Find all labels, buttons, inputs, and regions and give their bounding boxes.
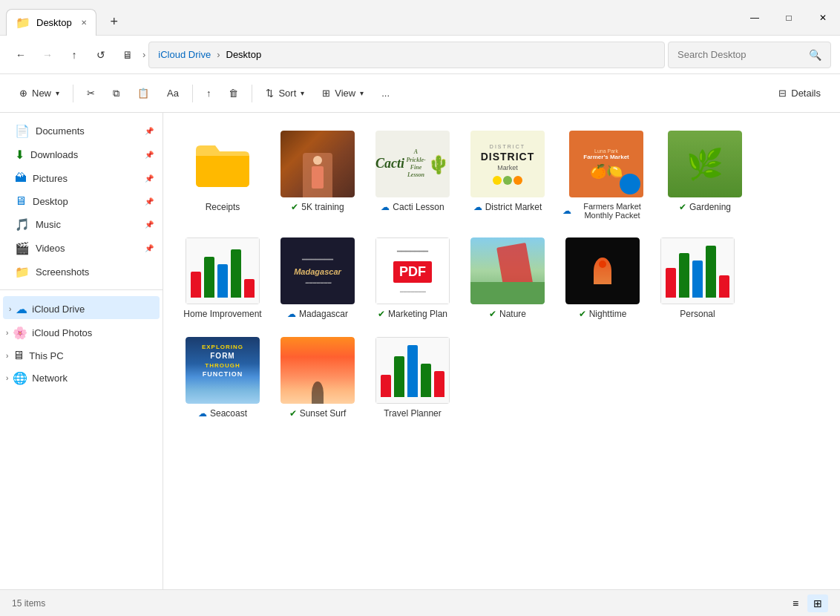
district-sync-icon: ☁ [473, 202, 482, 212]
sort-chevron-icon: ▾ [301, 89, 304, 97]
cacti-sync-cloud-icon: ☁ [381, 202, 390, 212]
more-button[interactable]: ... [374, 83, 397, 103]
sidebar-group-icloud[interactable]: › ☁ iCloud Drive [3, 296, 160, 319]
close-button[interactable]: ✕ [806, 0, 840, 36]
district-thumb: DISTRICT DISTRICT Market [470, 131, 545, 197]
icloud-drive-icon: ☁ [16, 302, 27, 316]
file-receipts[interactable]: Receipts [178, 125, 267, 226]
forward-button[interactable]: → [36, 43, 59, 67]
file-madagascar[interactable]: ━━━━━━━ Madagascar ━━━━━━━ ☁ Madagascar [273, 232, 362, 325]
file-district-market[interactable]: DISTRICT DISTRICT Market ☁ District Mark… [463, 125, 552, 226]
madagascar-sync-icon: ☁ [287, 309, 296, 319]
gardening-thumb: 🌿 [668, 131, 742, 197]
file-nighttime[interactable]: ✔ Nighttime [558, 232, 647, 325]
network-arrow-icon: › [6, 374, 8, 382]
sunset-surf-text: Sunset Surf [300, 408, 347, 419]
status-bar: 15 items ≡ ⊞ [0, 589, 840, 616]
grid-view-button[interactable]: ⊞ [807, 594, 828, 612]
icloud-photos-label: iCloud Photos [32, 327, 92, 338]
5k-training-label: ✔ 5K training [291, 202, 344, 212]
sidebar-group-thispc[interactable]: › 🖥 This PC [0, 343, 163, 365]
new-chevron-icon: ▾ [56, 89, 59, 97]
sidebar-item-screenshots[interactable]: 📁 Screenshots [3, 261, 160, 284]
sort-icon: ⇅ [266, 88, 274, 99]
madagascar-label: ☁ Madagascar [287, 309, 348, 319]
music-pin-icon: 📌 [145, 220, 154, 229]
documents-icon: 📄 [15, 124, 30, 138]
madagascar-thumb: ━━━━━━━ Madagascar ━━━━━━━ [280, 237, 355, 304]
downloads-label: Downloads [30, 149, 78, 160]
farmers-thumb: Luna Park Farmer's Market 🍊🍋 [569, 131, 643, 197]
minimize-button[interactable]: — [738, 0, 772, 36]
5k-training-thumb [280, 131, 355, 197]
breadcrumb-desktop[interactable]: Desktop [226, 49, 262, 60]
file-5k-training[interactable]: ✔ 5K training [273, 125, 362, 226]
screenshots-icon: 📁 [15, 265, 30, 279]
marketing-sync-icon: ✔ [378, 309, 385, 319]
district-label: ☁ District Market [473, 202, 542, 212]
file-seacoast[interactable]: EXPLORING FORM THROUGH FUNCTION ☁ Seacoa… [178, 331, 267, 425]
sidebar-item-downloads[interactable]: ⬇ Downloads 📌 [3, 143, 160, 166]
file-home-improvement[interactable]: Home Improvement [178, 232, 267, 325]
receipts-label: Receipts [206, 202, 240, 212]
up-button[interactable]: ↑ [62, 43, 86, 67]
share-button[interactable]: ↑ [199, 83, 219, 103]
downloads-icon: ⬇ [15, 148, 24, 162]
pictures-label: Pictures [33, 173, 68, 184]
sunset-sync-icon: ✔ [289, 408, 297, 419]
cut-button[interactable]: ✂ [79, 83, 102, 103]
back-button[interactable]: ← [9, 43, 33, 67]
file-sunset-surf[interactable]: ✔ Sunset Surf [273, 331, 362, 425]
sidebar-item-documents[interactable]: 📄 Documents 📌 [3, 119, 160, 142]
seacoast-label: ☁ Seacoast [198, 408, 247, 419]
madagascar-text: Madagascar [299, 309, 348, 319]
details-button[interactable]: ⊟ Details [771, 83, 828, 103]
district-text: District Market [485, 202, 542, 212]
sidebar-item-pictures[interactable]: 🏔 Pictures 📌 [3, 167, 160, 189]
view-button[interactable]: ⊞ View ▾ [315, 83, 371, 103]
marketing-plan-label: ✔ Marketing Plan [378, 309, 447, 319]
tab-area: 📁 Desktop ✕ + [0, 0, 738, 36]
search-input[interactable] [677, 49, 803, 60]
sidebar-item-videos[interactable]: 🎬 Videos 📌 [3, 237, 160, 260]
file-farmers-market[interactable]: Luna Park Farmer's Market 🍊🍋 ☁ Farmers M… [558, 125, 654, 226]
delete-button[interactable]: 🗑 [221, 83, 246, 103]
breadcrumb[interactable]: iCloud Drive › Desktop [148, 42, 665, 68]
copy-button[interactable]: ⧉ [105, 83, 127, 104]
tab-close-button[interactable]: ✕ [81, 19, 87, 27]
maximize-button[interactable]: □ [772, 0, 806, 36]
paste-button[interactable]: 📋 [130, 83, 157, 103]
sidebar-group-icloud-photos[interactable]: › 🌸 iCloud Photos [0, 320, 163, 343]
delete-icon: 🗑 [229, 88, 238, 99]
list-view-button[interactable]: ≡ [785, 594, 806, 612]
file-gardening[interactable]: 🌿 ✔ Gardening [660, 125, 749, 226]
details-label: Details [791, 88, 821, 99]
breadcrumb-icloud[interactable]: iCloud Drive [158, 49, 211, 60]
5k-sync-check-icon: ✔ [291, 202, 298, 212]
sidebar-item-music[interactable]: 🎵 Music 📌 [3, 213, 160, 236]
folder-icon: 📁 [16, 16, 30, 30]
copy-icon: ⧉ [113, 88, 119, 99]
more-icon: ... [381, 88, 390, 99]
file-travel-planner[interactable]: Travel Planner [368, 331, 457, 425]
new-tab-button[interactable]: + [102, 10, 126, 34]
refresh-button[interactable]: ↺ [89, 43, 113, 67]
personal-text: Personal [680, 309, 715, 319]
file-marketing-plan[interactable]: ━━━━━━━ PDF ━━━━━━━ ✔ Marketing Plan [368, 232, 457, 325]
seacoast-thumb: EXPLORING FORM THROUGH FUNCTION [186, 337, 260, 404]
main-layout: 📄 Documents 📌 ⬇ Downloads 📌 🏔 Pictures 📌… [0, 113, 840, 589]
new-button[interactable]: ⊕ New ▾ [12, 83, 67, 103]
receipts-thumb [186, 131, 260, 197]
rename-button[interactable]: Aa [160, 83, 186, 103]
desktop-tab[interactable]: 📁 Desktop ✕ [6, 9, 96, 36]
sort-button[interactable]: ⇅ Sort ▾ [258, 83, 312, 103]
file-cacti-lesson[interactable]: Cacti A Prickle-Fine Lesson 🌵 ☁ Cacti Le… [368, 125, 457, 226]
sidebar-group-network[interactable]: › 🌐 Network [0, 365, 163, 388]
file-personal[interactable]: Personal [653, 232, 742, 325]
sidebar-divider [0, 289, 163, 290]
file-nature[interactable]: ✔ Nature [463, 232, 552, 325]
videos-label: Videos [36, 243, 65, 254]
search-icon[interactable]: 🔍 [809, 49, 821, 61]
tab-title: Desktop [36, 17, 72, 28]
sidebar-item-desktop[interactable]: 🖥 Desktop 📌 [3, 190, 160, 212]
